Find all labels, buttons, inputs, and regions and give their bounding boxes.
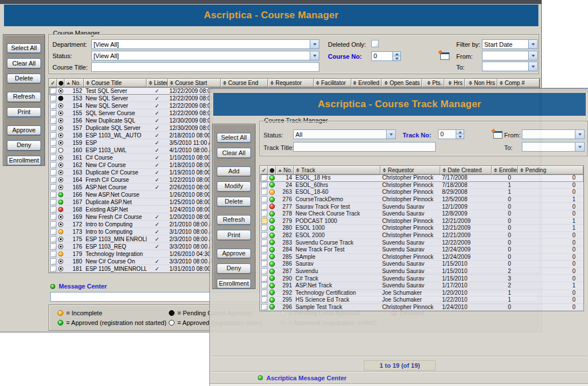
status-select[interactable]: [View All]	[91, 51, 319, 60]
message-center-bar[interactable]: Ascriptica Message Center	[258, 374, 583, 381]
course-title-input[interactable]	[91, 62, 319, 72]
row-checkbox[interactable]	[261, 290, 267, 296]
table-row[interactable]: 291 ASP.Net Track Suvendu Saurav 1/17/20…	[260, 282, 583, 290]
chevron-down-icon[interactable]	[528, 51, 537, 60]
table-row[interactable]: 283 Suvendu Course Track Suvendu Saurav …	[260, 239, 583, 246]
row-checkbox[interactable]	[50, 125, 56, 131]
select-column-header[interactable]: ✓	[49, 79, 57, 87]
track-title-input[interactable]	[293, 142, 436, 152]
row-checkbox[interactable]	[50, 117, 56, 124]
col-header-open-seats[interactable]: Open Seats	[382, 79, 422, 87]
chevron-down-icon[interactable]	[386, 130, 395, 139]
col-header-requestor[interactable]: Requestor	[268, 79, 314, 87]
table-row[interactable]: 295 HS Science Ed Track Joe Schumaker 1/…	[260, 296, 583, 304]
course-no-stepper[interactable]: 0	[371, 51, 401, 61]
row-checkbox[interactable]	[261, 196, 267, 202]
row-checkbox[interactable]	[261, 268, 267, 274]
col-header-date-created[interactable]: Date Created	[440, 166, 492, 174]
row-checkbox[interactable]	[261, 225, 267, 231]
row-checkbox[interactable]	[261, 232, 267, 238]
col-header-comp[interactable]: Comp #	[497, 79, 540, 87]
filter-by-select[interactable]: Start Date	[482, 39, 538, 49]
row-checkbox[interactable]	[261, 204, 267, 210]
row-checkbox[interactable]	[261, 296, 267, 303]
row-checkbox[interactable]	[50, 103, 56, 109]
stepper-arrows[interactable]	[392, 52, 400, 60]
row-checkbox[interactable]	[261, 282, 267, 289]
col-header-no[interactable]: No.	[64, 79, 84, 87]
chevron-down-icon[interactable]	[310, 40, 319, 48]
action-button[interactable]: Approve	[7, 125, 41, 135]
deleted-only-checkbox[interactable]	[371, 40, 379, 47]
col-header-requestor[interactable]: Requestor	[380, 166, 440, 174]
row-checkbox[interactable]	[50, 266, 56, 272]
message-center-link[interactable]: Ascriptica Message Center	[266, 375, 347, 381]
table-row[interactable]: 280 ESOL 1000 Christopher Pinnock 12/21/…	[260, 225, 583, 232]
col-header-pending[interactable]: Pending	[518, 166, 583, 174]
table-row[interactable]: 279 PODCAST 1000 Christopher Pinnock 12/…	[260, 218, 583, 225]
action-button[interactable]: Enrollment	[217, 279, 251, 289]
department-select[interactable]: [View All]	[91, 39, 319, 49]
action-button[interactable]: Delete	[217, 197, 251, 206]
table-row[interactable]: 278 New Check Course Track Suvendu Saura…	[260, 210, 583, 218]
row-checkbox[interactable]	[50, 162, 56, 168]
action-button[interactable]: Print	[7, 107, 41, 117]
action-button[interactable]: Add	[217, 166, 251, 176]
action-button[interactable]: Clear All	[7, 58, 41, 68]
action-button[interactable]: Select All	[217, 133, 251, 143]
col-header-non-hrs[interactable]: Non Hrs	[465, 79, 497, 87]
row-checkbox[interactable]	[50, 184, 56, 190]
from-select[interactable]	[482, 51, 538, 60]
row-checkbox[interactable]	[261, 246, 267, 253]
row-checkbox[interactable]	[50, 192, 56, 198]
table-row[interactable]: 276 CourseTrackDemo Christopher Pinnock …	[260, 196, 583, 204]
status-select[interactable]: All	[293, 129, 396, 139]
status-column-header[interactable]	[57, 79, 64, 87]
table-row[interactable]: 282 ESOL 2000 Christopher Pinnock 12/21/…	[260, 232, 583, 239]
col-header-listed[interactable]: Listed	[147, 79, 168, 87]
col-header-pts[interactable]: Pts.	[422, 79, 444, 87]
track-no-stepper[interactable]: 0	[438, 129, 464, 139]
table-row[interactable]: 14 ESOL_18 Hrs Christopher Pinnock 7/17/…	[260, 174, 583, 182]
table-row[interactable]: 290 C# Track Suvendu Saurav 1/15/2010 3 …	[260, 275, 583, 282]
table-row[interactable]: 284 New Track For Test Suvendu Saurav 12…	[260, 246, 583, 254]
row-checkbox[interactable]	[50, 132, 56, 139]
chevron-down-icon[interactable]	[310, 51, 319, 60]
row-checkbox[interactable]	[261, 304, 267, 310]
row-checkbox[interactable]	[50, 214, 56, 220]
row-checkbox[interactable]	[50, 110, 56, 116]
row-checkbox[interactable]	[50, 236, 56, 242]
to-select[interactable]	[522, 142, 585, 152]
row-checkbox[interactable]	[50, 206, 56, 213]
row-checkbox[interactable]	[50, 221, 56, 227]
action-button[interactable]: Clear All	[217, 148, 251, 157]
to-select[interactable]	[482, 62, 538, 71]
row-checkbox[interactable]	[261, 261, 267, 267]
chevron-down-icon[interactable]	[575, 143, 584, 151]
row-checkbox[interactable]	[50, 155, 56, 161]
status-column-header[interactable]	[268, 166, 276, 174]
row-checkbox[interactable]	[261, 189, 267, 195]
col-header-hrs[interactable]: Hrs	[444, 79, 465, 87]
row-checkbox[interactable]	[50, 258, 56, 265]
col-header-track[interactable]: Track	[294, 166, 380, 174]
row-checkbox[interactable]	[261, 239, 267, 246]
message-center-link[interactable]: Message Center	[59, 283, 107, 290]
row-checkbox[interactable]	[261, 210, 267, 217]
action-button[interactable]: Refresh	[7, 92, 41, 101]
row-checkbox[interactable]	[50, 251, 56, 257]
stepper-arrows[interactable]	[456, 130, 464, 139]
row-checkbox[interactable]	[261, 254, 267, 260]
row-checkbox[interactable]	[50, 140, 56, 146]
col-header-no[interactable]: No.	[276, 166, 294, 174]
action-button[interactable]: Deny	[217, 263, 251, 273]
action-button[interactable]: Select All	[7, 43, 41, 53]
table-row[interactable]: 292 Technology Certification Joe Schumak…	[260, 290, 583, 297]
col-header-enrolled[interactable]: Enrolled	[492, 166, 518, 174]
calendar-icon[interactable]	[493, 131, 502, 139]
table-row[interactable]: 296 Sample Test Track Christopher Pinnoc…	[260, 304, 583, 311]
table-row[interactable]: 263 ESOL_18-60 Christopher Pinnock 8/29/…	[260, 189, 583, 196]
message-center-field[interactable]	[210, 383, 588, 386]
from-select[interactable]	[522, 129, 585, 139]
action-button[interactable]: Modify	[217, 181, 251, 191]
